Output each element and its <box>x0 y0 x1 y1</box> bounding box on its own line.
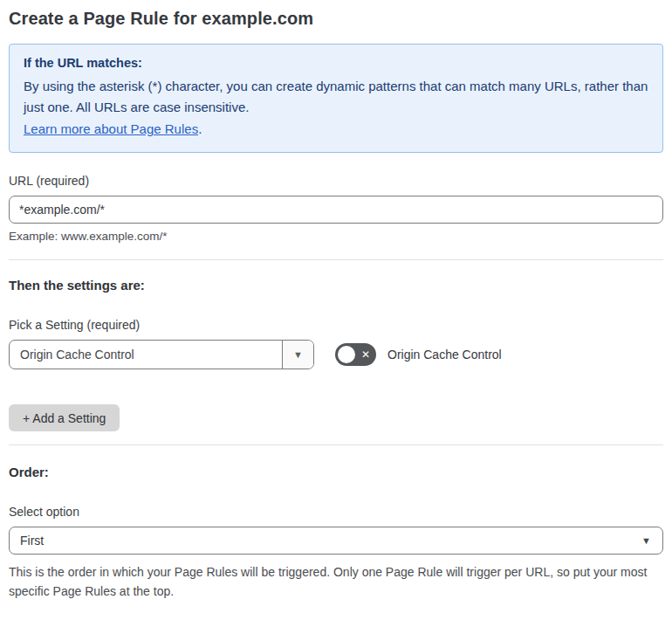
chevron-down-icon: ▼ <box>641 535 651 546</box>
setting-select-value: Origin Cache Control <box>10 341 282 369</box>
create-page-rule-form: Create a Page Rule for example.com If th… <box>0 0 672 620</box>
link-suffix: . <box>198 121 202 136</box>
setting-row: Origin Cache Control ▼ ✕ Origin Cache Co… <box>9 340 663 369</box>
origin-cache-control-toggle[interactable]: ✕ <box>335 343 376 366</box>
chevron-down-icon[interactable]: ▼ <box>282 341 313 369</box>
pick-setting-label: Pick a Setting (required) <box>9 318 663 332</box>
info-box-body: By using the asterisk (*) character, you… <box>24 76 648 118</box>
toggle-off-icon: ✕ <box>361 343 370 366</box>
order-section-heading: Order: <box>9 465 663 479</box>
order-select-label: Select option <box>9 505 663 519</box>
order-select-value: First <box>20 534 44 548</box>
order-help-text: This is the order in which your Page Rul… <box>9 562 659 601</box>
toggle-label: Origin Cache Control <box>387 348 502 362</box>
order-select[interactable]: First ▼ <box>9 527 663 555</box>
add-setting-button[interactable]: + Add a Setting <box>9 404 120 431</box>
setting-select[interactable]: Origin Cache Control ▼ <box>9 340 314 369</box>
section-divider <box>9 259 663 260</box>
info-box-heading: If the URL matches: <box>24 56 648 70</box>
url-example-hint: Example: www.example.com/* <box>9 230 663 243</box>
section-divider <box>9 444 663 445</box>
learn-more-link[interactable]: Learn more about Page Rules <box>24 121 198 136</box>
toggle-knob <box>338 346 355 363</box>
url-field-label: URL (required) <box>9 174 663 188</box>
info-link-line: Learn more about Page Rules. <box>24 119 648 140</box>
url-match-info-box: If the URL matches: By using the asteris… <box>9 44 663 153</box>
page-title: Create a Page Rule for example.com <box>9 9 663 29</box>
url-input[interactable] <box>9 196 663 224</box>
settings-section-heading: Then the settings are: <box>9 278 663 293</box>
